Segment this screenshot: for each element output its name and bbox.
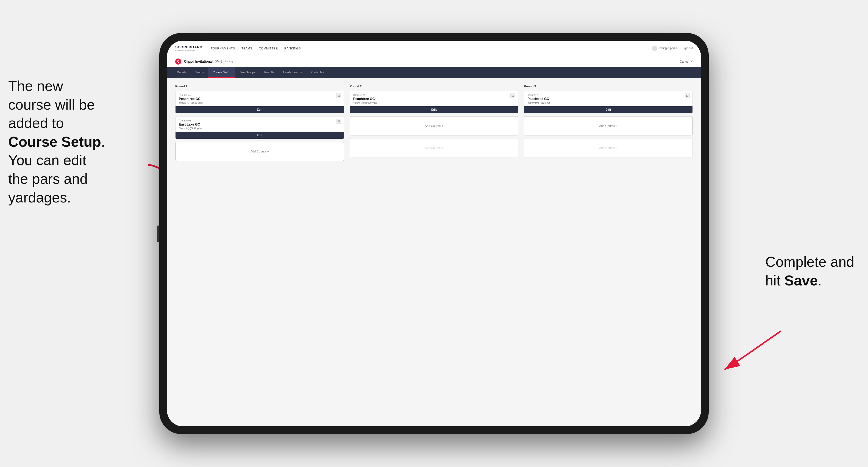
round-2-course-a-details: Yellow (M) (6629 yds) <box>353 101 515 104</box>
close-icon: ✕ <box>690 60 693 63</box>
tab-tee-groups[interactable]: Tee Groups <box>236 67 260 78</box>
round-2-add-course-label: Add Course + <box>425 124 443 127</box>
user-avatar <box>652 45 657 51</box>
round-2-column: Round 2 ⊟ (Course A) Peachtree GC Yellow… <box>350 85 519 164</box>
tab-results[interactable]: Results <box>260 67 279 78</box>
round-3-course-a-card: ⊟ (Course A) Peachtree GC Yellow (M) (66… <box>524 91 693 114</box>
round-1-course-a-card: ⊟ (Course A) Peachtree GC Yellow (M) (66… <box>175 91 344 114</box>
round-1-course-a-label: (Course A) <box>179 94 341 96</box>
round-1-course-b-card: ⊟ (Course B) East Lake GC Black (M) (689… <box>175 116 344 139</box>
tablet-side-button <box>157 225 159 242</box>
round-3-course-a-name: Peachtree GC <box>527 97 689 101</box>
main-content: Round 1 ⊟ (Course A) Peachtree GC Yellow… <box>167 78 701 426</box>
right-annotation: Complete and hit Save. <box>765 253 854 290</box>
round-1-add-course-button[interactable]: Add Course + <box>175 142 344 161</box>
tab-course-setup[interactable]: Course Setup <box>208 67 236 78</box>
round-1-course-b-edit-button[interactable]: Edit <box>176 132 344 139</box>
round-1-course-a-delete-button[interactable]: ⊟ <box>336 93 341 98</box>
arrow-right <box>714 324 791 379</box>
tabs-bar: Details Teams Course Setup Tee Groups Re… <box>167 67 701 78</box>
round-3-label: Round 3 <box>524 85 693 88</box>
round-2-course-a-card: ⊟ (Course A) Peachtree GC Yellow (M) (66… <box>350 91 519 114</box>
round-3-add-course-disabled: Add Course + <box>524 138 693 157</box>
round-1-course-b-details: Black (M) (6891 yds) <box>179 127 341 130</box>
cancel-button[interactable]: Cancel ✕ <box>680 60 693 63</box>
nav-committee[interactable]: COMMITTEE <box>259 47 278 50</box>
rounds-grid: Round 1 ⊟ (Course A) Peachtree GC Yellow… <box>175 85 693 164</box>
round-1-course-a-details: Yellow (M) (6629 yds) <box>179 101 341 104</box>
round-2-course-a-edit-button[interactable]: Edit <box>350 106 518 113</box>
top-navbar: SCOREBOARD Powered by clippd TOURNAMENTS… <box>167 41 701 56</box>
round-1-course-a-edit-button[interactable]: Edit <box>176 106 344 113</box>
tournament-bar: C Clippd Invitational (Men) Hosting Canc… <box>167 56 701 67</box>
user-email: blair@clippd.io <box>659 47 678 50</box>
tablet-screen: SCOREBOARD Powered by clippd TOURNAMENTS… <box>167 41 701 426</box>
round-3-course-a-delete-button[interactable]: ⊟ <box>685 93 690 98</box>
round-2-course-a-name: Peachtree GC <box>353 97 515 101</box>
tournament-logo: C <box>175 59 181 65</box>
round-2-course-a-delete-button[interactable]: ⊟ <box>510 93 515 98</box>
round-3-add-course-disabled-label: Add Course + <box>599 146 618 150</box>
main-nav: TOURNAMENTS TEAMS COMMITTEE RANKINGS <box>211 47 652 50</box>
tablet-device: SCOREBOARD Powered by clippd TOURNAMENTS… <box>159 33 709 434</box>
round-1-course-b-delete-button[interactable]: ⊟ <box>336 119 341 124</box>
left-annotation: The new course will be added to Course S… <box>8 77 105 207</box>
round-2-add-course-button[interactable]: Add Course + <box>350 116 519 135</box>
brand-subtitle: Powered by clippd <box>175 49 203 52</box>
round-2-add-course-disabled: Add Course + <box>350 138 519 157</box>
round-3-course-a-details: Yellow (M) (6629 yds) <box>527 101 689 104</box>
round-1-add-course-label: Add Course + <box>250 150 269 153</box>
brand-logo: SCOREBOARD Powered by clippd <box>175 45 203 52</box>
brand-title: SCOREBOARD <box>175 45 203 49</box>
round-3-add-course-button[interactable]: Add Course + <box>524 116 693 135</box>
nav-rankings[interactable]: RANKINGS <box>284 47 301 50</box>
round-1-column: Round 1 ⊟ (Course A) Peachtree GC Yellow… <box>175 85 344 164</box>
nav-teams[interactable]: TEAMS <box>242 47 252 50</box>
nav-tournaments[interactable]: TOURNAMENTS <box>211 47 235 50</box>
round-3-column: Round 3 ⊟ (Course A) Peachtree GC Yellow… <box>524 85 693 164</box>
round-2-label: Round 2 <box>350 85 519 88</box>
tournament-name: Clippd Invitational <box>184 60 213 63</box>
nav-separator: | <box>680 47 681 50</box>
tournament-gender: (Men) <box>215 60 222 63</box>
round-1-course-a-name: Peachtree GC <box>179 97 341 101</box>
tab-teams[interactable]: Teams <box>191 67 208 78</box>
tab-details[interactable]: Details <box>173 67 191 78</box>
nav-right: blair@clippd.io | Sign out <box>652 45 693 51</box>
tournament-status: Hosting <box>224 60 233 63</box>
round-3-course-a-edit-button[interactable]: Edit <box>524 106 692 113</box>
round-3-add-course-label: Add Course + <box>599 124 618 127</box>
round-3-course-a-label: (Course A) <box>527 94 689 96</box>
round-2-add-course-disabled-label: Add Course + <box>425 146 443 150</box>
round-1-label: Round 1 <box>175 85 344 88</box>
round-2-course-a-label: (Course A) <box>353 94 515 96</box>
tab-leaderboards[interactable]: Leaderboards <box>279 67 306 78</box>
sign-out-link[interactable]: Sign out <box>683 47 693 50</box>
round-1-course-b-label: (Course B) <box>179 119 341 122</box>
tab-printables[interactable]: Printables <box>306 67 329 78</box>
round-1-course-b-name: East Lake GC <box>179 123 341 126</box>
